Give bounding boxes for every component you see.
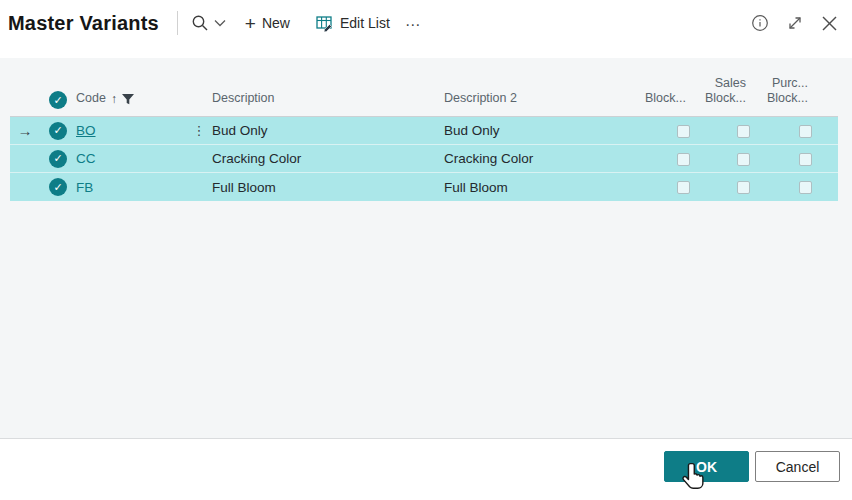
row-menu-icon[interactable]: ⋮ bbox=[186, 123, 212, 138]
column-header-description2[interactable]: Description 2 bbox=[444, 91, 634, 116]
new-button[interactable]: + New bbox=[245, 14, 290, 33]
table-row[interactable]: → ✓ CC ⋮ Cracking Color Cracking Color bbox=[10, 145, 838, 173]
variants-table: ✓ Code ↑ Description Description 2 Block… bbox=[0, 58, 852, 438]
description-cell[interactable]: Bud Only bbox=[212, 123, 444, 138]
chevron-down-icon[interactable] bbox=[214, 19, 226, 27]
new-button-label: New bbox=[262, 15, 290, 31]
row-select-cell[interactable]: ✓ bbox=[40, 178, 76, 196]
cancel-button[interactable]: Cancel bbox=[755, 451, 840, 482]
purch-block-checkbox[interactable] bbox=[799, 153, 812, 166]
column-header-block[interactable]: Block... bbox=[634, 91, 694, 116]
master-variants-dialog: Master Variants + New bbox=[0, 0, 852, 500]
block-cell[interactable] bbox=[634, 123, 694, 138]
table-row[interactable]: → ✓ BO ⋮ Bud Only Bud Only bbox=[10, 117, 838, 145]
code-cell[interactable]: CC bbox=[76, 151, 186, 166]
info-icon[interactable] bbox=[751, 14, 769, 32]
row-selected-check-icon[interactable]: ✓ bbox=[49, 178, 67, 196]
block-cell[interactable] bbox=[634, 180, 694, 195]
code-link[interactable]: CC bbox=[76, 151, 96, 166]
ok-button[interactable]: OK bbox=[664, 451, 749, 482]
code-cell[interactable]: BO bbox=[76, 123, 186, 138]
table-header-row: ✓ Code ↑ Description Description 2 Block… bbox=[10, 58, 838, 116]
column-header-code[interactable]: Code ↑ bbox=[76, 91, 186, 116]
description2-cell[interactable]: Cracking Color bbox=[444, 151, 634, 166]
description-cell[interactable]: Full Bloom bbox=[212, 180, 444, 195]
header-menu-spacer bbox=[186, 107, 212, 116]
sales-block-checkbox[interactable] bbox=[737, 181, 750, 194]
select-all-cell[interactable]: ✓ bbox=[40, 91, 76, 116]
sales-block-cell[interactable] bbox=[694, 180, 754, 195]
description-cell[interactable]: Cracking Color bbox=[212, 151, 444, 166]
current-row-arrow-icon: → bbox=[10, 122, 40, 139]
purch-block-cell[interactable] bbox=[754, 151, 816, 166]
plus-icon: + bbox=[245, 14, 256, 33]
column-header-description[interactable]: Description bbox=[212, 91, 444, 116]
purch-block-checkbox[interactable] bbox=[799, 125, 812, 138]
column-header-purch-block[interactable]: Purc... Block... bbox=[754, 76, 816, 116]
header-filler bbox=[816, 107, 838, 116]
row-selected-check-icon[interactable]: ✓ bbox=[49, 150, 67, 168]
dialog-footer: OK Cancel bbox=[0, 438, 852, 500]
close-icon[interactable] bbox=[821, 15, 838, 32]
code-link[interactable]: FB bbox=[76, 180, 93, 195]
purch-block-checkbox[interactable] bbox=[799, 181, 812, 194]
ellipsis-icon: … bbox=[405, 12, 422, 30]
toolbar-divider bbox=[177, 11, 178, 35]
block-checkbox[interactable] bbox=[677, 153, 690, 166]
code-cell[interactable]: FB bbox=[76, 180, 186, 195]
code-link[interactable]: BO bbox=[76, 123, 96, 138]
more-options-button[interactable]: … bbox=[405, 12, 422, 34]
purch-block-cell[interactable] bbox=[754, 180, 816, 195]
row-selected-check-icon[interactable]: ✓ bbox=[49, 122, 67, 140]
row-select-cell[interactable]: ✓ bbox=[40, 122, 76, 140]
filter-icon bbox=[122, 94, 134, 105]
sales-block-cell[interactable] bbox=[694, 123, 754, 138]
block-checkbox[interactable] bbox=[677, 181, 690, 194]
expand-icon[interactable] bbox=[786, 14, 804, 32]
purch-block-cell[interactable] bbox=[754, 123, 816, 138]
select-all-check-icon[interactable]: ✓ bbox=[49, 91, 67, 109]
edit-list-icon bbox=[316, 15, 340, 32]
block-cell[interactable] bbox=[634, 151, 694, 166]
description2-cell[interactable]: Full Bloom bbox=[444, 180, 634, 195]
column-header-sales-block[interactable]: Sales Block... bbox=[694, 76, 754, 116]
block-checkbox[interactable] bbox=[677, 125, 690, 138]
header-pointer-spacer bbox=[10, 107, 40, 116]
sort-ascending-icon: ↑ bbox=[111, 92, 117, 107]
edit-list-button[interactable]: Edit List bbox=[316, 15, 390, 32]
row-select-cell[interactable]: ✓ bbox=[40, 150, 76, 168]
table-body: → ✓ BO ⋮ Bud Only Bud Only bbox=[10, 116, 838, 201]
toolbar: Master Variants + New bbox=[0, 0, 852, 46]
page-title: Master Variants bbox=[8, 12, 159, 35]
table-row[interactable]: → ✓ FB ⋮ Full Bloom Full Bloom bbox=[10, 173, 838, 201]
edit-list-label: Edit List bbox=[340, 15, 390, 31]
sales-block-cell[interactable] bbox=[694, 151, 754, 166]
description2-cell[interactable]: Bud Only bbox=[444, 123, 634, 138]
sales-block-checkbox[interactable] bbox=[737, 125, 750, 138]
window-controls bbox=[751, 0, 838, 46]
sales-block-checkbox[interactable] bbox=[737, 153, 750, 166]
search-icon bbox=[191, 14, 209, 32]
search-button[interactable] bbox=[191, 14, 226, 32]
